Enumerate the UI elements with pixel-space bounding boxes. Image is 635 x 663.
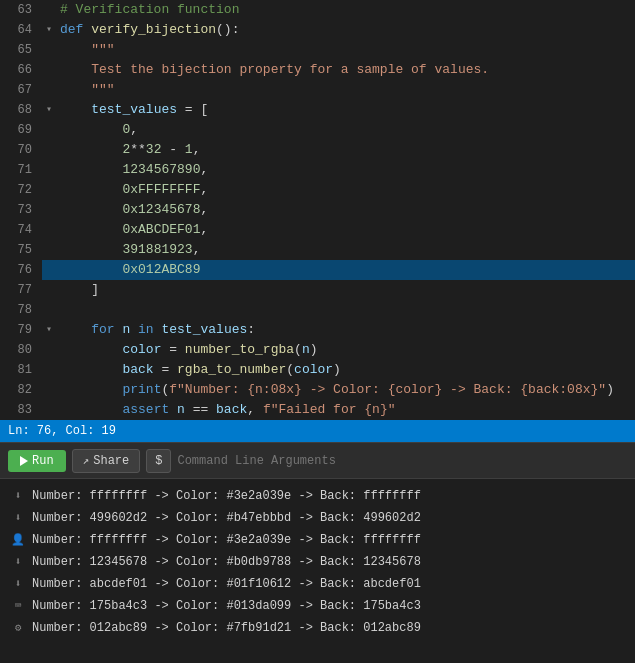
- code-content: [56, 300, 635, 320]
- output-text: Number: ffffffff -> Color: #3e2a039e -> …: [32, 485, 421, 507]
- code-content: ]: [56, 280, 635, 300]
- code-content: 0x12345678,: [56, 200, 635, 220]
- output-row: ⚙Number: 012abc89 -> Color: #7fb91d21 ->…: [0, 617, 635, 639]
- fold-arrow: [42, 240, 56, 260]
- line-number: 71: [0, 160, 42, 180]
- download-icon: ⬇: [8, 485, 28, 507]
- output-row: ⌨Number: 175ba4c3 -> Color: #013da099 ->…: [0, 595, 635, 617]
- settings-icon: ⚙: [8, 617, 28, 639]
- cursor-position: Ln: 76, Col: 19: [8, 424, 116, 438]
- code-line: 82 print(f"Number: {n:08x} -> Color: {co…: [0, 380, 635, 400]
- fold-arrow: [42, 300, 56, 320]
- fold-arrow[interactable]: ▾: [42, 100, 56, 120]
- status-bar: Ln: 76, Col: 19: [0, 420, 635, 442]
- code-line: 63 # Verification function: [0, 0, 635, 20]
- code-line: 69 0,: [0, 120, 635, 140]
- editor-container: 63 # Verification function64▾def verify_…: [0, 0, 635, 420]
- line-number: 65: [0, 40, 42, 60]
- fold-arrow: [42, 40, 56, 60]
- output-row: ⬇Number: 12345678 -> Color: #b0db9788 ->…: [0, 551, 635, 573]
- code-line: 70 2**32 - 1,: [0, 140, 635, 160]
- code-line: 68▾ test_values = [: [0, 100, 635, 120]
- code-content: back = rgba_to_number(color): [56, 360, 635, 380]
- line-number: 68: [0, 100, 42, 120]
- code-content: for n in test_values:: [56, 320, 635, 340]
- share-label: Share: [93, 454, 129, 468]
- line-number: 72: [0, 180, 42, 200]
- fold-arrow[interactable]: ▾: [42, 20, 56, 40]
- play-icon: [20, 456, 28, 466]
- code-line: 78: [0, 300, 635, 320]
- line-number: 78: [0, 300, 42, 320]
- code-content: 1234567890,: [56, 160, 635, 180]
- line-number: 81: [0, 360, 42, 380]
- line-number: 79: [0, 320, 42, 340]
- code-line: 71 1234567890,: [0, 160, 635, 180]
- code-content: 391881923,: [56, 240, 635, 260]
- line-number: 66: [0, 60, 42, 80]
- fold-arrow: [42, 220, 56, 240]
- fold-arrow: [42, 60, 56, 80]
- fold-arrow: [42, 180, 56, 200]
- line-number: 74: [0, 220, 42, 240]
- code-line: 75 391881923,: [0, 240, 635, 260]
- code-line: 73 0x12345678,: [0, 200, 635, 220]
- download-icon: ⬇: [8, 551, 28, 573]
- run-label: Run: [32, 454, 54, 468]
- terminal-icon: ⌨: [8, 595, 28, 617]
- output-text: Number: 12345678 -> Color: #b0db9788 -> …: [32, 551, 421, 573]
- fold-arrow: [42, 360, 56, 380]
- code-line: 81 back = rgba_to_number(color): [0, 360, 635, 380]
- fold-arrow: [42, 280, 56, 300]
- fold-arrow: [42, 200, 56, 220]
- code-content: """: [56, 40, 635, 60]
- line-number: 83: [0, 400, 42, 420]
- code-line: 77 ]: [0, 280, 635, 300]
- fold-arrow[interactable]: ▾: [42, 320, 56, 340]
- download-icon: ⬇: [8, 573, 28, 595]
- line-number: 67: [0, 80, 42, 100]
- share-button[interactable]: ↗ Share: [72, 449, 141, 473]
- code-content: 2**32 - 1,: [56, 140, 635, 160]
- download-icon: ⬇: [8, 507, 28, 529]
- dollar-button[interactable]: $: [146, 449, 171, 473]
- fold-arrow: [42, 340, 56, 360]
- cmd-args-input[interactable]: [177, 454, 627, 468]
- fold-arrow: [42, 160, 56, 180]
- line-number: 76: [0, 260, 42, 280]
- fold-arrow: [42, 140, 56, 160]
- code-content: # Verification function: [56, 0, 635, 20]
- code-content: 0x012ABC89: [56, 260, 635, 280]
- output-row: ⬇Number: ffffffff -> Color: #3e2a039e ->…: [0, 485, 635, 507]
- code-line: 79▾ for n in test_values:: [0, 320, 635, 340]
- code-line: 72 0xFFFFFFFF,: [0, 180, 635, 200]
- code-content: assert n == back, f"Failed for {n}": [56, 400, 635, 420]
- line-number: 75: [0, 240, 42, 260]
- output-text: Number: 499602d2 -> Color: #b47ebbbd -> …: [32, 507, 421, 529]
- code-line: 64▾def verify_bijection():: [0, 20, 635, 40]
- code-line: 66 Test the bijection property for a sam…: [0, 60, 635, 80]
- code-content: 0xABCDEF01,: [56, 220, 635, 240]
- code-content: print(f"Number: {n:08x} -> Color: {color…: [56, 380, 635, 400]
- fold-arrow: [42, 260, 56, 280]
- output-text: Number: abcdef01 -> Color: #01f10612 -> …: [32, 573, 421, 595]
- output-row: 👤Number: ffffffff -> Color: #3e2a039e ->…: [0, 529, 635, 551]
- line-number: 80: [0, 340, 42, 360]
- run-button[interactable]: Run: [8, 450, 66, 472]
- output-text: Number: 175ba4c3 -> Color: #013da099 -> …: [32, 595, 421, 617]
- code-content: color = number_to_rgba(n): [56, 340, 635, 360]
- dollar-label: $: [155, 454, 162, 468]
- line-number: 70: [0, 140, 42, 160]
- line-number: 82: [0, 380, 42, 400]
- code-content: def verify_bijection():: [56, 20, 635, 40]
- code-line: 74 0xABCDEF01,: [0, 220, 635, 240]
- output-row: ⬇Number: abcdef01 -> Color: #01f10612 ->…: [0, 573, 635, 595]
- line-number: 69: [0, 120, 42, 140]
- output-text: Number: ffffffff -> Color: #3e2a039e -> …: [32, 529, 421, 551]
- fold-arrow: [42, 80, 56, 100]
- fold-arrow: [42, 120, 56, 140]
- fold-arrow: [42, 380, 56, 400]
- fold-arrow: [42, 0, 56, 20]
- fold-arrow: [42, 400, 56, 420]
- output-text: Number: 012abc89 -> Color: #7fb91d21 -> …: [32, 617, 421, 639]
